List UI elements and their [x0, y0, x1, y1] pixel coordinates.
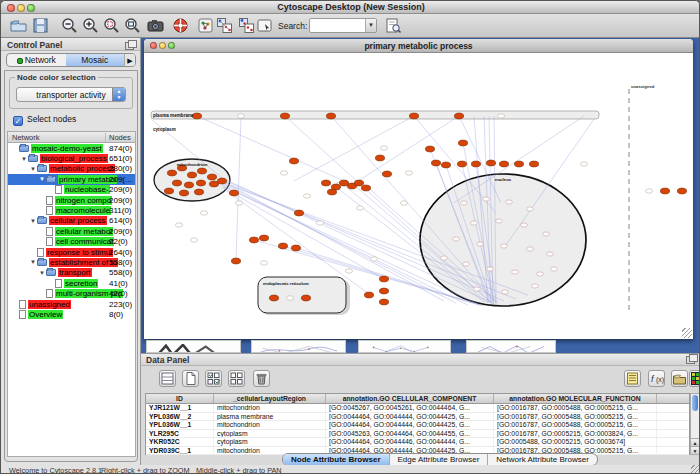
search-input[interactable] — [311, 20, 363, 31]
graph-node-unselected[interactable] — [356, 206, 363, 210]
graph-node-nucleus[interactable] — [521, 223, 528, 227]
scroll-down-icon[interactable]: ▼ — [691, 446, 699, 454]
save-icon[interactable] — [32, 17, 49, 34]
expander-icon[interactable]: ▼ — [29, 218, 37, 224]
heatmap-icon[interactable] — [689, 370, 700, 387]
graph-node-selected[interactable] — [326, 113, 335, 119]
graph-node-nucleus[interactable] — [547, 252, 554, 256]
tab-overflow-arrow-icon[interactable]: ▶ — [124, 54, 135, 66]
zoom-out-icon[interactable] — [61, 17, 78, 34]
table-row[interactable]: YLR295Ccytoplasm[GO:0045263, GO:0044464,… — [146, 430, 689, 439]
graph-node-selected[interactable] — [229, 190, 238, 196]
graph-node-selected[interactable] — [677, 188, 686, 194]
graph-node-selected[interactable] — [196, 180, 205, 186]
new-attribute-icon[interactable] — [182, 370, 199, 387]
table-cell[interactable]: [GO:0016787, GO:0005215, GO:0003824, G..… — [494, 430, 657, 438]
graph-node-unselected[interactable] — [345, 269, 352, 273]
graph-node-selected[interactable] — [379, 276, 388, 282]
scroll-up-icon[interactable]: ▲ — [691, 438, 699, 446]
table-cell[interactable]: [GO:0016787, GO:0005488, GO:0005215, G..… — [494, 413, 657, 421]
graph-node-nucleus[interactable] — [483, 197, 490, 201]
open-icon[interactable] — [10, 17, 27, 34]
table-cell[interactable]: [GO:0005488, GO:0005215, GO:0003674] — [494, 438, 657, 446]
graph-node-nucleus[interactable] — [506, 200, 513, 204]
graph-node-nucleus[interactable] — [527, 247, 534, 251]
graph-node-selected[interactable] — [321, 180, 330, 186]
color-attribute-dropdown[interactable]: transporter activity ▲▼ — [16, 87, 126, 102]
zoom-selected-icon[interactable] — [103, 17, 120, 34]
network-thumbnail[interactable] — [251, 340, 346, 353]
graph-node-selected[interactable] — [289, 158, 298, 164]
graph-node-selected[interactable] — [184, 182, 193, 188]
attribute-list-icon[interactable] — [624, 370, 641, 387]
graph-node-nucleus[interactable] — [551, 267, 558, 271]
unselect-all-attributes-icon[interactable] — [228, 370, 245, 387]
import-attributes-icon[interactable] — [671, 370, 688, 387]
table-cell[interactable]: YKR052C — [146, 438, 214, 446]
snapshot-icon[interactable] — [147, 17, 164, 34]
dropdown-stepper-icon[interactable]: ▲▼ — [112, 88, 125, 101]
expander-icon[interactable]: ▼ — [20, 156, 28, 162]
table-cell[interactable]: YJR121W__1 — [146, 404, 214, 412]
tree-header[interactable]: Network Nodes — [8, 132, 135, 143]
graph-node-selected[interactable] — [197, 168, 206, 174]
graph-node-selected[interactable] — [327, 189, 336, 195]
tree-row-label[interactable]: unassigned — [28, 300, 71, 309]
graph-node-selected[interactable] — [278, 243, 287, 249]
tab-edge-attribute-browser[interactable]: Edge Attribute Browser — [390, 454, 489, 465]
graph-node-selected[interactable] — [379, 299, 388, 305]
tree-row-label[interactable]: cell communicat — [55, 237, 114, 246]
tab-node-attribute-browser[interactable]: Node Attribute Browser — [283, 454, 390, 465]
select-attributes-icon[interactable] — [159, 370, 176, 387]
tree-row[interactable]: nitrogen compo209(0) — [8, 195, 135, 205]
graph-node-selected[interactable] — [192, 113, 201, 119]
search-combobox[interactable]: ▼ — [309, 18, 377, 33]
graph-node-nucleus[interactable] — [537, 272, 544, 276]
tree-row[interactable]: ▼primary metabol209(... — [8, 174, 135, 184]
table-cell[interactable]: YPL036W__2 — [146, 413, 214, 421]
graph-node-selected[interactable] — [431, 160, 440, 166]
table-cell[interactable]: [GO:0045263, GO:0044464, GO:0044455, G..… — [326, 430, 494, 438]
zoom-in-icon[interactable] — [82, 17, 99, 34]
duplicate-network-view-icon[interactable] — [238, 17, 255, 34]
tree-row[interactable]: cell communicat22(0) — [8, 237, 135, 247]
graph-node-selected[interactable] — [259, 235, 268, 241]
graph-node-selected[interactable] — [280, 113, 289, 119]
graph-node-selected[interactable] — [354, 180, 363, 186]
delete-attribute-icon[interactable] — [253, 370, 270, 387]
table-cell[interactable]: YDR039C__1 — [146, 447, 214, 455]
tree-row-label[interactable]: Overview — [28, 310, 63, 319]
new-network-view-icon[interactable] — [216, 17, 233, 34]
graph-node-selected[interactable] — [207, 174, 216, 180]
chevron-down-icon[interactable]: ▼ — [365, 19, 376, 32]
graph-node-nucleus[interactable] — [441, 256, 448, 260]
graph-node-selected[interactable] — [529, 161, 538, 167]
graph-node-unselected[interactable] — [200, 211, 207, 215]
network-view-frame[interactable]: primary metabolic process plasma membran… — [144, 39, 693, 339]
table-scrollbar[interactable]: ▲ ▼ — [690, 393, 700, 455]
tree-row[interactable]: unassigned223(0) — [8, 299, 135, 309]
scrollbar-thumb[interactable] — [692, 395, 698, 411]
tree-row[interactable]: ▼transport558(0) — [8, 268, 135, 278]
float-panel-icon[interactable] — [686, 356, 695, 364]
tree-row[interactable]: ▼cellular process614(0) — [8, 216, 135, 226]
tree-row-label[interactable]: metabolic process — [49, 164, 115, 173]
graph-node-unselected[interactable] — [175, 223, 182, 227]
tree-row-label[interactable]: macromolecule — [55, 206, 111, 215]
col-region[interactable]: _cellularLayoutRegion — [214, 394, 326, 403]
tab-mosaic[interactable]: Mosaic — [66, 54, 125, 66]
graph-node-unselected[interactable] — [286, 296, 293, 300]
attribute-table-header[interactable]: ID _cellularLayoutRegion annotation.GO C… — [146, 394, 689, 404]
enhanced-search-icon[interactable] — [385, 17, 402, 34]
graph-node-unselected[interactable] — [400, 201, 407, 205]
graph-node-selected[interactable] — [454, 113, 463, 119]
table-cell[interactable]: [GO:0044464, GO:0044444, GO:0044425, G..… — [326, 421, 494, 429]
graph-node-selected[interactable] — [217, 178, 226, 184]
graph-node-selected[interactable] — [486, 160, 495, 166]
graph-node-nucleus[interactable] — [543, 232, 550, 236]
graph-node-unselected[interactable] — [380, 146, 387, 150]
graph-node-nucleus[interactable] — [461, 201, 468, 205]
graph-node-selected[interactable] — [194, 189, 203, 195]
graph-node-selected[interactable] — [164, 188, 173, 194]
graph-node-unselected[interactable] — [260, 261, 267, 265]
